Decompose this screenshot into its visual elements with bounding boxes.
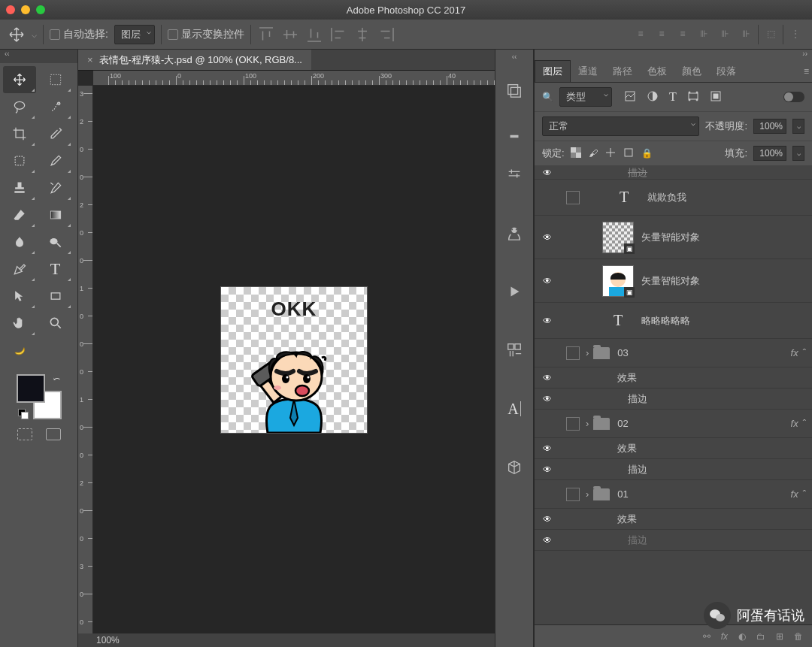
layer-smart-object-1[interactable]: ▣ 矢量智能对象 <box>535 216 812 259</box>
maximize-button[interactable] <box>36 5 45 14</box>
distribute-2-icon[interactable]: ≡ <box>653 25 671 43</box>
tab-color[interactable]: 颜色 <box>674 61 709 82</box>
lock-position-icon[interactable] <box>605 147 616 160</box>
tab-channels[interactable]: 通道 <box>571 61 605 82</box>
path-select-tool[interactable] <box>3 283 36 310</box>
tab-swatches[interactable]: 色板 <box>640 61 674 82</box>
adjustments-icon[interactable] <box>499 156 529 192</box>
lock-brush-icon[interactable]: 🖌 <box>589 148 598 159</box>
quick-select-tool[interactable] <box>39 93 72 120</box>
glyphs-icon[interactable] <box>499 332 529 368</box>
move-tool[interactable] <box>3 66 36 93</box>
shape-tool[interactable] <box>39 283 72 310</box>
type-tool[interactable]: T <box>39 255 72 283</box>
libraries-icon[interactable] <box>499 72 529 108</box>
canvas[interactable]: OKK <box>220 286 368 434</box>
patch-tool[interactable] <box>3 147 36 174</box>
minimize-button[interactable] <box>21 5 30 14</box>
layer-group-03[interactable]: › 03 fxˆ <box>535 339 812 367</box>
layer-text-1[interactable]: T 就欺负我 <box>535 180 812 216</box>
dock-collapse[interactable]: ‹‹ <box>495 53 533 66</box>
ruler-horizontal[interactable]: 100010020030040 <box>93 71 495 86</box>
auto-select-dropdown[interactable]: 图层 <box>114 25 155 44</box>
distribute-6-icon[interactable]: ⊪ <box>737 25 755 43</box>
reset-colors-icon[interactable] <box>18 409 29 419</box>
layer-group-02[interactable]: › 02 fxˆ <box>535 410 812 438</box>
fill-value[interactable]: 100% <box>753 146 786 161</box>
brushes-icon[interactable] <box>499 114 529 150</box>
align-right-icon[interactable] <box>377 26 395 44</box>
align-hcenter-icon[interactable] <box>353 26 371 44</box>
play-icon[interactable] <box>499 274 529 310</box>
filter-type-dropdown[interactable]: 类型 <box>559 87 612 107</box>
smudge-tool[interactable] <box>3 228 36 255</box>
history-brush-tool[interactable] <box>39 174 72 201</box>
fill-dropdown[interactable]: ⌵ <box>792 146 804 161</box>
auto-select-checkbox[interactable] <box>50 29 60 40</box>
move-tool-indicator[interactable] <box>8 26 26 44</box>
align-vcenter-icon[interactable] <box>281 26 299 44</box>
standard-mode-icon[interactable] <box>17 428 32 440</box>
show-transform-checkbox[interactable] <box>168 29 178 40</box>
filter-smart-icon[interactable] <box>710 90 722 104</box>
filter-adjust-icon[interactable] <box>647 90 659 104</box>
filter-toggle[interactable] <box>783 92 804 102</box>
layer-fx-icon[interactable]: fx <box>721 631 728 642</box>
foreground-color[interactable] <box>17 374 45 403</box>
distribute-1-icon[interactable]: ≡ <box>632 25 650 43</box>
delete-layer-icon[interactable]: 🗑 <box>794 631 803 642</box>
layer-group-02-effects[interactable]: 效果 <box>535 438 812 459</box>
tools-collapse[interactable]: ‹‹ <box>0 50 77 63</box>
align-top-icon[interactable] <box>257 26 275 44</box>
lock-all-icon[interactable]: 🔒 <box>641 148 653 159</box>
swap-colors-icon[interactable]: ⤺ <box>53 374 60 384</box>
layer-group-01-stroke[interactable]: 描边 <box>535 530 812 551</box>
color-swatch[interactable]: ⤺ <box>17 374 62 419</box>
lasso-tool[interactable] <box>3 93 36 120</box>
filter-shape-icon[interactable] <box>687 90 699 104</box>
brush-tool[interactable] <box>39 147 72 174</box>
layer-group-01[interactable]: › 01 fxˆ <box>535 480 812 509</box>
opacity-dropdown[interactable]: ⌵ <box>792 119 804 134</box>
quickmask-mode-icon[interactable] <box>46 428 61 440</box>
blend-mode-dropdown[interactable]: 正常 <box>542 116 699 136</box>
canvas-viewport[interactable]: OKK <box>93 86 495 633</box>
layer-group-02-stroke[interactable]: 描边 <box>535 459 812 480</box>
eraser-tool[interactable] <box>3 201 36 228</box>
tab-paths[interactable]: 路径 <box>605 61 640 82</box>
tab-paragraph[interactable]: 段落 <box>709 61 744 82</box>
filter-pixel-icon[interactable] <box>624 90 636 104</box>
distribute-3-icon[interactable]: ≡ <box>674 25 692 43</box>
dodge-tool[interactable] <box>39 228 72 255</box>
layer-group-03-stroke[interactable]: 描边 <box>535 389 812 410</box>
layer-mask-icon[interactable]: ◐ <box>738 631 746 642</box>
close-tab-icon[interactable]: × <box>87 54 93 65</box>
lock-transparent-icon[interactable] <box>571 147 581 160</box>
zoom-tool[interactable] <box>39 310 72 337</box>
close-button[interactable] <box>6 5 15 14</box>
character-panel-icon[interactable] <box>499 215 529 251</box>
paragraph-panel-icon[interactable]: A <box>499 391 529 427</box>
3d-mode-icon[interactable]: ⬚ <box>762 25 780 43</box>
gradient-tool[interactable] <box>39 201 72 228</box>
eyedropper-tool[interactable] <box>39 120 72 147</box>
layer-effect-stroke-top[interactable]: 描边 <box>535 166 812 180</box>
layer-group-03-effects[interactable]: 效果 <box>535 367 812 389</box>
link-layers-icon[interactable]: ⚯ <box>703 631 710 642</box>
layer-text-2[interactable]: T 略略略略略 <box>535 303 812 339</box>
3d-panel-icon[interactable] <box>499 449 529 485</box>
stamp-tool[interactable] <box>3 174 36 201</box>
panel-menu-icon[interactable]: ≡ <box>804 66 809 77</box>
crop-tool[interactable] <box>3 120 36 147</box>
opacity-value[interactable]: 100% <box>753 119 786 134</box>
layer-smart-object-2[interactable]: ▣ 矢量智能对象 <box>535 259 812 303</box>
document-tab[interactable]: × 表情包-程序猿-大.psd @ 100% (OKK, RGB/8... <box>78 50 311 70</box>
new-layer-icon[interactable]: ⊞ <box>776 631 783 642</box>
hand-tool[interactable] <box>3 310 36 337</box>
new-group-icon[interactable]: 🗀 <box>756 631 765 642</box>
tab-layers[interactable]: 图层 <box>535 60 571 82</box>
lock-artboard-icon[interactable] <box>623 147 634 160</box>
marquee-tool[interactable] <box>39 66 72 93</box>
layer-group-01-effects[interactable]: 效果 <box>535 509 812 530</box>
distribute-4-icon[interactable]: ⊪ <box>695 25 713 43</box>
